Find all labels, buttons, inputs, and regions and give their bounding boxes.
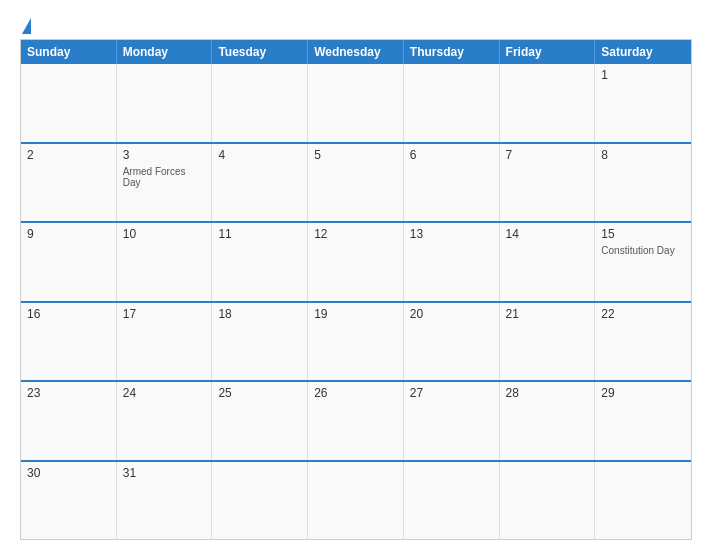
calendar-cell: 5 (308, 144, 404, 222)
day-header-wednesday: Wednesday (308, 40, 404, 64)
calendar-cell: 30 (21, 462, 117, 540)
day-number: 25 (218, 386, 301, 400)
day-number: 2 (27, 148, 110, 162)
day-number: 15 (601, 227, 685, 241)
calendar-cell: 17 (117, 303, 213, 381)
calendar-week-3: 9101112131415Constitution Day (21, 221, 691, 301)
calendar-cell: 16 (21, 303, 117, 381)
day-number: 3 (123, 148, 206, 162)
day-number: 22 (601, 307, 685, 321)
calendar-cell: 28 (500, 382, 596, 460)
day-number: 14 (506, 227, 589, 241)
calendar-week-5: 23242526272829 (21, 380, 691, 460)
day-number: 5 (314, 148, 397, 162)
calendar-cell: 11 (212, 223, 308, 301)
day-number: 29 (601, 386, 685, 400)
calendar-cell: 7 (500, 144, 596, 222)
day-number: 16 (27, 307, 110, 321)
calendar-cell (21, 64, 117, 142)
calendar-cell (308, 462, 404, 540)
calendar-cell (308, 64, 404, 142)
calendar-body: 123Armed Forces Day456789101112131415Con… (21, 64, 691, 539)
calendar-cell: 8 (595, 144, 691, 222)
calendar-cell: 18 (212, 303, 308, 381)
day-number: 30 (27, 466, 110, 480)
calendar-cell (595, 462, 691, 540)
calendar-cell: 22 (595, 303, 691, 381)
calendar-week-4: 16171819202122 (21, 301, 691, 381)
day-number: 4 (218, 148, 301, 162)
calendar-cell: 26 (308, 382, 404, 460)
calendar-cell (212, 462, 308, 540)
calendar-cell: 4 (212, 144, 308, 222)
day-number: 21 (506, 307, 589, 321)
calendar-cell: 24 (117, 382, 213, 460)
logo (20, 18, 32, 31)
logo-triangle-icon (22, 18, 31, 34)
day-number: 24 (123, 386, 206, 400)
calendar-header-row: SundayMondayTuesdayWednesdayThursdayFrid… (21, 40, 691, 64)
calendar-week-2: 23Armed Forces Day45678 (21, 142, 691, 222)
day-number: 11 (218, 227, 301, 241)
day-number: 6 (410, 148, 493, 162)
calendar-cell: 13 (404, 223, 500, 301)
day-header-thursday: Thursday (404, 40, 500, 64)
day-number: 19 (314, 307, 397, 321)
page: SundayMondayTuesdayWednesdayThursdayFrid… (0, 0, 712, 550)
day-number: 7 (506, 148, 589, 162)
calendar-week-6: 3031 (21, 460, 691, 540)
calendar-cell: 6 (404, 144, 500, 222)
day-number: 23 (27, 386, 110, 400)
calendar-cell: 27 (404, 382, 500, 460)
calendar-table: SundayMondayTuesdayWednesdayThursdayFrid… (20, 39, 692, 540)
calendar-cell: 20 (404, 303, 500, 381)
day-header-sunday: Sunday (21, 40, 117, 64)
calendar-cell: 1 (595, 64, 691, 142)
day-number: 31 (123, 466, 206, 480)
calendar-cell: 29 (595, 382, 691, 460)
day-number: 28 (506, 386, 589, 400)
event-label: Armed Forces Day (123, 166, 206, 188)
day-header-saturday: Saturday (595, 40, 691, 64)
calendar-cell (212, 64, 308, 142)
day-number: 27 (410, 386, 493, 400)
day-number: 9 (27, 227, 110, 241)
day-number: 8 (601, 148, 685, 162)
day-number: 20 (410, 307, 493, 321)
calendar-cell: 10 (117, 223, 213, 301)
day-number: 10 (123, 227, 206, 241)
calendar-cell: 19 (308, 303, 404, 381)
calendar-header (20, 18, 692, 31)
calendar-cell: 2 (21, 144, 117, 222)
day-number: 26 (314, 386, 397, 400)
calendar-cell: 31 (117, 462, 213, 540)
calendar-cell (500, 64, 596, 142)
calendar-cell (404, 462, 500, 540)
calendar-cell (500, 462, 596, 540)
day-header-friday: Friday (500, 40, 596, 64)
day-number: 13 (410, 227, 493, 241)
day-header-tuesday: Tuesday (212, 40, 308, 64)
event-label: Constitution Day (601, 245, 685, 256)
day-header-monday: Monday (117, 40, 213, 64)
calendar-cell: 3Armed Forces Day (117, 144, 213, 222)
calendar-cell: 23 (21, 382, 117, 460)
calendar-cell: 15Constitution Day (595, 223, 691, 301)
day-number: 18 (218, 307, 301, 321)
day-number: 12 (314, 227, 397, 241)
day-number: 1 (601, 68, 685, 82)
calendar-cell: 12 (308, 223, 404, 301)
calendar-cell: 9 (21, 223, 117, 301)
calendar-week-1: 1 (21, 64, 691, 142)
calendar-cell: 21 (500, 303, 596, 381)
calendar-cell (404, 64, 500, 142)
calendar-cell: 14 (500, 223, 596, 301)
day-number: 17 (123, 307, 206, 321)
calendar-cell (117, 64, 213, 142)
calendar-cell: 25 (212, 382, 308, 460)
